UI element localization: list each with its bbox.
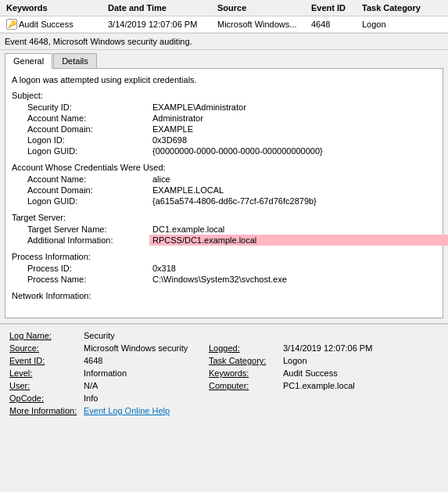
- meta-value: Event Log Online Help: [81, 404, 442, 417]
- cell-taskcategory: Logon: [359, 19, 445, 30]
- tab-general[interactable]: General: [5, 53, 52, 69]
- meta-value2: [280, 392, 442, 404]
- tabs-container: General Details: [0, 50, 448, 68]
- meta-label2: Keywords:: [206, 367, 280, 379]
- field-label: Logon ID:: [24, 135, 149, 145]
- table-row: Account Domain: EXAMPLE.LOCAL: [24, 185, 448, 196]
- meta-value: N/A: [81, 379, 206, 392]
- table-row: Account Name: alice: [24, 174, 448, 185]
- meta-value2: [280, 329, 442, 342]
- account-creds-label: Account Whose Credentials Were Used:: [12, 163, 436, 172]
- table-row: OpCode: Info: [6, 392, 442, 404]
- table-row: User: N/A Computer: PC1.example.local: [6, 379, 442, 392]
- field-label: Process ID:: [24, 263, 149, 274]
- target-server-label: Target Server:: [12, 213, 436, 222]
- cell-eventid: 4648: [308, 19, 359, 30]
- audit-icon: 🔑: [6, 19, 17, 30]
- meta-value: 4648: [81, 354, 206, 367]
- field-value: EXAMPLE.LOCAL: [149, 185, 448, 196]
- table-row: Logon GUID: {00000000-0000-0000-0000-000…: [24, 145, 448, 156]
- meta-label: Event ID:: [6, 354, 81, 367]
- meta-label2: Task Category:: [206, 354, 280, 367]
- field-value-highlighted: RPCSS/DC1.example.local: [149, 235, 448, 246]
- meta-value: Security: [81, 329, 206, 342]
- col-keywords: Keywords: [3, 2, 105, 14]
- field-value: EXAMPLE: [149, 124, 448, 135]
- table-row: Level: Information Keywords: Audit Succe…: [6, 367, 442, 379]
- network-info-label: Network Information:: [12, 291, 436, 300]
- meta-label2: [206, 329, 280, 342]
- field-value: DC1.example.local: [149, 224, 448, 235]
- field-label: Logon GUID:: [24, 145, 149, 156]
- meta-value2: Logon: [280, 354, 442, 367]
- metadata-section: Log Name: Security Source: Microsoft Win…: [0, 323, 448, 422]
- table-row: Account Name: Administrator: [24, 113, 448, 124]
- meta-value2: 3/14/2019 12:07:06 PM: [280, 342, 442, 354]
- col-datetime: Date and Time: [105, 2, 214, 14]
- meta-label: Level:: [6, 367, 81, 379]
- table-header: Keywords Date and Time Source Event ID T…: [0, 0, 448, 16]
- meta-label2: [206, 392, 280, 404]
- tabs: General Details: [5, 53, 443, 68]
- field-value: 0x318: [149, 263, 448, 274]
- tab-details[interactable]: Details: [53, 53, 97, 68]
- meta-label2: Computer:: [206, 379, 280, 392]
- col-source: Source: [214, 2, 308, 14]
- meta-label: Source:: [6, 342, 81, 354]
- table-row: Process Name: C:\Windows\System32\svchos…: [24, 274, 448, 285]
- table-row: Additional Information: RPCSS/DC1.exampl…: [24, 235, 448, 246]
- field-label: Logon GUID:: [24, 196, 149, 206]
- table-row: Security ID: EXAMPLE\Administrator: [24, 102, 448, 113]
- field-label: Account Name:: [24, 113, 149, 124]
- table-row: Target Server Name: DC1.example.local: [24, 224, 448, 235]
- meta-label: Log Name:: [6, 329, 81, 342]
- table-row: Logon ID: 0x3D698: [24, 135, 448, 145]
- general-content-panel: A logon was attempted using explicit cre…: [5, 68, 443, 318]
- target-server-fields: Target Server Name: DC1.example.local Ad…: [24, 224, 448, 246]
- meta-label: OpCode:: [6, 392, 81, 404]
- field-value: EXAMPLE\Administrator: [149, 102, 448, 113]
- field-value: {a615a574-4806-dd6c-77cf-67d76fc2879b}: [149, 196, 448, 206]
- event-log-online-help-link[interactable]: Event Log Online Help: [84, 406, 170, 415]
- table-row: Log Name: Security: [6, 329, 442, 342]
- table-row: Process ID: 0x318: [24, 263, 448, 274]
- field-label: Account Domain:: [24, 185, 149, 196]
- field-value: alice: [149, 174, 448, 185]
- table-row: Source: Microsoft Windows security Logge…: [6, 342, 442, 354]
- field-label: Additional Information:: [24, 235, 149, 246]
- meta-label2: Logged:: [206, 342, 280, 354]
- field-value: 0x3D698: [149, 135, 448, 145]
- process-info-fields: Process ID: 0x318 Process Name: C:\Windo…: [24, 263, 448, 285]
- cell-source: Microsoft Windows...: [214, 19, 308, 30]
- field-label: Account Name:: [24, 174, 149, 185]
- event-summary: Event 4648, Microsoft Windows security a…: [0, 33, 448, 50]
- cell-datetime: 3/14/2019 12:07:06 PM: [105, 19, 214, 30]
- meta-value: Microsoft Windows security: [81, 342, 206, 354]
- field-label: Account Domain:: [24, 124, 149, 135]
- field-label: Target Server Name:: [24, 224, 149, 235]
- table-row: More Information: Event Log Online Help: [6, 404, 442, 417]
- account-creds-fields: Account Name: alice Account Domain: EXAM…: [24, 174, 448, 206]
- table-row: Logon GUID: {a615a574-4806-dd6c-77cf-67d…: [24, 196, 448, 206]
- metadata-table: Log Name: Security Source: Microsoft Win…: [6, 329, 442, 417]
- intro-text: A logon was attempted using explicit cre…: [12, 75, 436, 84]
- field-value: Administrator: [149, 113, 448, 124]
- field-value: {00000000-0000-0000-0000-000000000000}: [149, 145, 448, 156]
- field-label: Process Name:: [24, 274, 149, 285]
- subject-fields: Security ID: EXAMPLE\Administrator Accou…: [24, 102, 448, 156]
- cell-keywords: 🔑 Audit Success: [3, 18, 105, 31]
- meta-label: More Information:: [6, 404, 81, 417]
- meta-value2: Audit Success: [280, 367, 442, 379]
- process-info-label: Process Information:: [12, 252, 436, 261]
- meta-value: Info: [81, 392, 206, 404]
- field-label: Security ID:: [24, 102, 149, 113]
- event-row[interactable]: 🔑 Audit Success 3/14/2019 12:07:06 PM Mi…: [0, 16, 448, 33]
- field-value: C:\Windows\System32\svchost.exe: [149, 274, 448, 285]
- meta-label: User:: [6, 379, 81, 392]
- meta-value2: PC1.example.local: [280, 379, 442, 392]
- meta-value: Information: [81, 367, 206, 379]
- col-eventid: Event ID: [308, 2, 359, 14]
- table-row: Event ID: 4648 Task Category: Logon: [6, 354, 442, 367]
- col-taskcategory: Task Category: [359, 2, 445, 14]
- subject-label: Subject:: [12, 91, 436, 100]
